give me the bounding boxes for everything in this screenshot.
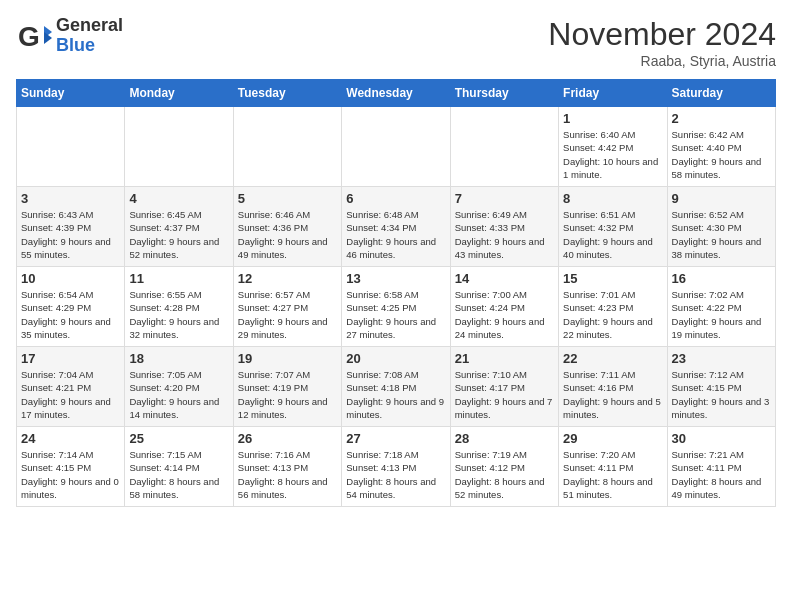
day-info: Sunrise: 6:55 AM Sunset: 4:28 PM Dayligh… (129, 288, 228, 341)
calendar-week-row: 24Sunrise: 7:14 AM Sunset: 4:15 PM Dayli… (17, 427, 776, 507)
day-number: 7 (455, 191, 554, 206)
calendar-cell: 25Sunrise: 7:15 AM Sunset: 4:14 PM Dayli… (125, 427, 233, 507)
day-info: Sunrise: 6:54 AM Sunset: 4:29 PM Dayligh… (21, 288, 120, 341)
calendar-cell: 12Sunrise: 6:57 AM Sunset: 4:27 PM Dayli… (233, 267, 341, 347)
day-number: 5 (238, 191, 337, 206)
day-number: 3 (21, 191, 120, 206)
day-info: Sunrise: 7:19 AM Sunset: 4:12 PM Dayligh… (455, 448, 554, 501)
day-info: Sunrise: 7:16 AM Sunset: 4:13 PM Dayligh… (238, 448, 337, 501)
day-number: 9 (672, 191, 771, 206)
day-number: 21 (455, 351, 554, 366)
day-info: Sunrise: 6:45 AM Sunset: 4:37 PM Dayligh… (129, 208, 228, 261)
day-info: Sunrise: 7:08 AM Sunset: 4:18 PM Dayligh… (346, 368, 445, 421)
day-number: 15 (563, 271, 662, 286)
calendar-cell: 13Sunrise: 6:58 AM Sunset: 4:25 PM Dayli… (342, 267, 450, 347)
calendar-cell: 4Sunrise: 6:45 AM Sunset: 4:37 PM Daylig… (125, 187, 233, 267)
day-number: 10 (21, 271, 120, 286)
day-number: 22 (563, 351, 662, 366)
day-info: Sunrise: 6:42 AM Sunset: 4:40 PM Dayligh… (672, 128, 771, 181)
day-number: 1 (563, 111, 662, 126)
day-info: Sunrise: 7:15 AM Sunset: 4:14 PM Dayligh… (129, 448, 228, 501)
day-header-tuesday: Tuesday (233, 80, 341, 107)
calendar-week-row: 17Sunrise: 7:04 AM Sunset: 4:21 PM Dayli… (17, 347, 776, 427)
day-number: 2 (672, 111, 771, 126)
calendar-cell: 17Sunrise: 7:04 AM Sunset: 4:21 PM Dayli… (17, 347, 125, 427)
calendar-cell: 19Sunrise: 7:07 AM Sunset: 4:19 PM Dayli… (233, 347, 341, 427)
day-number: 26 (238, 431, 337, 446)
calendar-cell: 29Sunrise: 7:20 AM Sunset: 4:11 PM Dayli… (559, 427, 667, 507)
day-info: Sunrise: 7:21 AM Sunset: 4:11 PM Dayligh… (672, 448, 771, 501)
calendar-header-row: SundayMondayTuesdayWednesdayThursdayFrid… (17, 80, 776, 107)
calendar-cell: 11Sunrise: 6:55 AM Sunset: 4:28 PM Dayli… (125, 267, 233, 347)
day-info: Sunrise: 7:10 AM Sunset: 4:17 PM Dayligh… (455, 368, 554, 421)
day-header-saturday: Saturday (667, 80, 775, 107)
month-title: November 2024 (548, 16, 776, 53)
title-block: November 2024 Raaba, Styria, Austria (548, 16, 776, 69)
calendar-cell: 22Sunrise: 7:11 AM Sunset: 4:16 PM Dayli… (559, 347, 667, 427)
day-info: Sunrise: 7:05 AM Sunset: 4:20 PM Dayligh… (129, 368, 228, 421)
day-number: 30 (672, 431, 771, 446)
calendar-cell: 26Sunrise: 7:16 AM Sunset: 4:13 PM Dayli… (233, 427, 341, 507)
calendar-cell: 14Sunrise: 7:00 AM Sunset: 4:24 PM Dayli… (450, 267, 558, 347)
calendar-cell: 8Sunrise: 6:51 AM Sunset: 4:32 PM Daylig… (559, 187, 667, 267)
day-info: Sunrise: 6:46 AM Sunset: 4:36 PM Dayligh… (238, 208, 337, 261)
calendar-cell: 6Sunrise: 6:48 AM Sunset: 4:34 PM Daylig… (342, 187, 450, 267)
day-number: 18 (129, 351, 228, 366)
day-info: Sunrise: 7:14 AM Sunset: 4:15 PM Dayligh… (21, 448, 120, 501)
day-number: 28 (455, 431, 554, 446)
day-info: Sunrise: 7:12 AM Sunset: 4:15 PM Dayligh… (672, 368, 771, 421)
day-header-wednesday: Wednesday (342, 80, 450, 107)
calendar-cell: 10Sunrise: 6:54 AM Sunset: 4:29 PM Dayli… (17, 267, 125, 347)
day-info: Sunrise: 6:57 AM Sunset: 4:27 PM Dayligh… (238, 288, 337, 341)
day-number: 6 (346, 191, 445, 206)
calendar-cell (342, 107, 450, 187)
day-header-friday: Friday (559, 80, 667, 107)
calendar-cell: 3Sunrise: 6:43 AM Sunset: 4:39 PM Daylig… (17, 187, 125, 267)
calendar-cell: 20Sunrise: 7:08 AM Sunset: 4:18 PM Dayli… (342, 347, 450, 427)
calendar-cell (125, 107, 233, 187)
day-info: Sunrise: 7:02 AM Sunset: 4:22 PM Dayligh… (672, 288, 771, 341)
day-info: Sunrise: 6:49 AM Sunset: 4:33 PM Dayligh… (455, 208, 554, 261)
day-info: Sunrise: 6:40 AM Sunset: 4:42 PM Dayligh… (563, 128, 662, 181)
calendar-cell: 16Sunrise: 7:02 AM Sunset: 4:22 PM Dayli… (667, 267, 775, 347)
location-text: Raaba, Styria, Austria (548, 53, 776, 69)
day-number: 8 (563, 191, 662, 206)
calendar-cell (17, 107, 125, 187)
day-info: Sunrise: 7:00 AM Sunset: 4:24 PM Dayligh… (455, 288, 554, 341)
day-info: Sunrise: 6:43 AM Sunset: 4:39 PM Dayligh… (21, 208, 120, 261)
page-header: G General Blue November 2024 Raaba, Styr… (16, 16, 776, 69)
day-number: 17 (21, 351, 120, 366)
day-number: 27 (346, 431, 445, 446)
day-info: Sunrise: 7:11 AM Sunset: 4:16 PM Dayligh… (563, 368, 662, 421)
day-info: Sunrise: 7:20 AM Sunset: 4:11 PM Dayligh… (563, 448, 662, 501)
day-number: 4 (129, 191, 228, 206)
calendar-cell: 27Sunrise: 7:18 AM Sunset: 4:13 PM Dayli… (342, 427, 450, 507)
calendar-cell: 24Sunrise: 7:14 AM Sunset: 4:15 PM Dayli… (17, 427, 125, 507)
calendar-cell: 2Sunrise: 6:42 AM Sunset: 4:40 PM Daylig… (667, 107, 775, 187)
day-number: 20 (346, 351, 445, 366)
calendar-cell: 28Sunrise: 7:19 AM Sunset: 4:12 PM Dayli… (450, 427, 558, 507)
day-number: 16 (672, 271, 771, 286)
calendar-cell: 15Sunrise: 7:01 AM Sunset: 4:23 PM Dayli… (559, 267, 667, 347)
day-info: Sunrise: 6:52 AM Sunset: 4:30 PM Dayligh… (672, 208, 771, 261)
calendar-cell: 7Sunrise: 6:49 AM Sunset: 4:33 PM Daylig… (450, 187, 558, 267)
calendar-cell: 30Sunrise: 7:21 AM Sunset: 4:11 PM Dayli… (667, 427, 775, 507)
calendar-week-row: 10Sunrise: 6:54 AM Sunset: 4:29 PM Dayli… (17, 267, 776, 347)
day-number: 13 (346, 271, 445, 286)
calendar-cell: 5Sunrise: 6:46 AM Sunset: 4:36 PM Daylig… (233, 187, 341, 267)
day-number: 24 (21, 431, 120, 446)
day-info: Sunrise: 7:01 AM Sunset: 4:23 PM Dayligh… (563, 288, 662, 341)
day-number: 11 (129, 271, 228, 286)
day-header-thursday: Thursday (450, 80, 558, 107)
calendar-cell (450, 107, 558, 187)
calendar-cell: 9Sunrise: 6:52 AM Sunset: 4:30 PM Daylig… (667, 187, 775, 267)
calendar-week-row: 3Sunrise: 6:43 AM Sunset: 4:39 PM Daylig… (17, 187, 776, 267)
calendar-table: SundayMondayTuesdayWednesdayThursdayFrid… (16, 79, 776, 507)
logo: G General Blue (16, 16, 123, 56)
day-number: 14 (455, 271, 554, 286)
logo-blue-text: Blue (56, 35, 95, 55)
day-info: Sunrise: 7:18 AM Sunset: 4:13 PM Dayligh… (346, 448, 445, 501)
logo-general-text: General (56, 15, 123, 35)
calendar-cell: 23Sunrise: 7:12 AM Sunset: 4:15 PM Dayli… (667, 347, 775, 427)
day-number: 29 (563, 431, 662, 446)
